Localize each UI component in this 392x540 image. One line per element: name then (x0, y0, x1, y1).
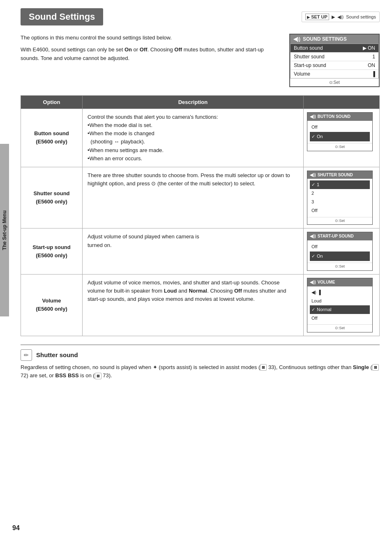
desc-button-sound: Control the sounds that alert you to cam… (83, 109, 304, 167)
breadcrumb-arrow: ▶ (332, 14, 335, 20)
screen-volume: ◀)) VOLUME ◀) ▐ Loud ✓ (304, 275, 380, 336)
sound-settings-menu: ◀)) SOUND SETTINGS Button sound ▶ ON Shu… (289, 34, 380, 87)
page-title: Sound Settings (21, 8, 103, 25)
intro-text: The options in this menu control the sou… (21, 34, 281, 87)
table-row: Start-up sound(E5600 only) Adjust volume… (21, 228, 380, 275)
desc-volume: Adjust volume of voice memos, movies, an… (83, 275, 304, 336)
menu-row-startup-sound: Start-up sound ON (291, 61, 378, 70)
col-image (304, 96, 380, 109)
screen-button-sound: ◀)) BUTTON SOUND Off ✓ On ⊙ (304, 109, 380, 167)
menu-box-title: SOUND SETTINGS (303, 36, 347, 42)
desc-shutter-sound: There are three shutter sounds to choose… (83, 167, 304, 228)
option-shutter-sound: Shutter sound(E5600 only) (21, 167, 83, 228)
menu-row-shutter-sound: Shutter sound 1 (291, 53, 378, 61)
col-description: Description (83, 96, 304, 109)
breadcrumb-label: Sound settings (346, 14, 376, 19)
col-option: Option (21, 96, 83, 109)
note-title: Shutter sound (36, 351, 78, 358)
page-header: Sound Settings ▶ SET UP ▶ ◀)) Sound sett… (21, 8, 380, 25)
breadcrumb-setup-icon: ▶ SET UP (305, 14, 329, 20)
intro-section: The options in this menu control the sou… (21, 34, 380, 87)
main-table: Option Description Button sound(E5600 on… (21, 95, 380, 336)
breadcrumb-sound-icon: ◀)) (337, 14, 344, 20)
menu-row-button-sound: Button sound ▶ ON (291, 44, 378, 53)
screen-startup-sound: ◀)) START-UP SOUND Off ✓ On (304, 228, 380, 275)
menu-row-volume: Volume ▐ (291, 70, 378, 78)
intro-paragraph2: With E4600, sound settings can only be s… (21, 46, 281, 63)
menu-box-header: ◀)) SOUND SETTINGS (290, 35, 379, 44)
note-section: ✏ Shutter sound Regardless of setting ch… (21, 344, 380, 381)
sidebar-label: The Set-up Menu (2, 210, 7, 250)
desc-startup-sound: Adjust volume of sound played when camer… (83, 228, 304, 275)
table-row: Button sound(E5600 only) Control the sou… (21, 109, 380, 167)
menu-box-footer: ⊙:Set (290, 78, 379, 86)
option-startup-sound: Start-up sound(E5600 only) (21, 228, 83, 275)
option-button-sound: Button sound(E5600 only) (21, 109, 83, 167)
table-row: Volume(E5600 only) Adjust volume of voic… (21, 275, 380, 336)
menu-box-rows: Button sound ▶ ON Shutter sound 1 Start-… (290, 44, 379, 78)
screen-shutter-sound: ◀)) SHUTTER SOUND ✓ 1 2 (304, 167, 380, 228)
note-text: Regardless of setting chosen, no sound i… (21, 363, 380, 381)
option-volume: Volume(E5600 only) (21, 275, 83, 336)
note-icon: ✏ (21, 349, 32, 361)
note-header: ✏ Shutter sound (21, 349, 380, 361)
table-row: Shutter sound(E5600 only) There are thre… (21, 167, 380, 228)
intro-paragraph1: The options in this menu control the sou… (21, 34, 281, 42)
sidebar-tab: The Set-up Menu (0, 144, 9, 316)
page-number: 94 (12, 524, 20, 532)
menu-vol-icon: ◀)) (293, 36, 300, 42)
breadcrumb: ▶ SET UP ▶ ◀)) Sound settings (302, 12, 380, 22)
